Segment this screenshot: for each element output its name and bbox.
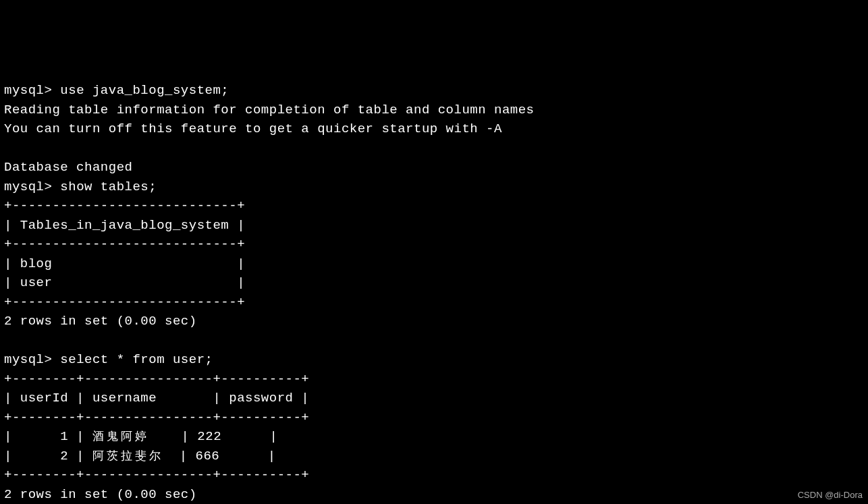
prompt: mysql>: [4, 352, 60, 367]
table-border: +----------------------------+: [4, 198, 245, 213]
table-border: +--------+----------------+----------+: [4, 372, 309, 387]
table-row: | blog |: [4, 256, 245, 271]
table-header: | userId | username | password |: [4, 391, 309, 405]
table-border: +----------------------------+: [4, 295, 245, 310]
username-cjk: 阿茨拉斐尔: [92, 450, 163, 463]
output-feature-msg: You can turn off this feature to get a q…: [4, 121, 502, 136]
username-cjk: 酒鬼阿婷: [92, 430, 149, 443]
prompt: mysql>: [4, 179, 60, 194]
table-border: +--------+----------------+----------+: [4, 410, 309, 425]
command-show-tables: show tables;: [60, 179, 157, 194]
rows-count: 2 rows in set (0.00 sec): [4, 314, 197, 329]
table-border: +----------------------------+: [4, 237, 245, 252]
watermark: CSDN @di-Dora: [798, 488, 863, 502]
table-row: | 2 |: [4, 449, 92, 464]
output-reading-msg: Reading table information for completion…: [4, 103, 535, 117]
table-border: +--------+----------------+----------+: [4, 468, 309, 482]
table-row: | user |: [4, 275, 245, 290]
command-select: select * from user;: [60, 352, 213, 367]
table-row-end: | 222 |: [149, 429, 277, 444]
command-use: use java_blog_system;: [60, 83, 229, 98]
table-row: | 1 |: [4, 429, 92, 444]
table-row-end: | 666 |: [163, 449, 276, 464]
terminal-window[interactable]: mysql> use java_blog_system; Reading tab…: [4, 81, 864, 504]
table-header: | Tables_in_java_blog_system |: [4, 218, 245, 233]
rows-count: 2 rows in set (0.00 sec): [4, 487, 197, 502]
output-db-changed: Database changed: [4, 160, 132, 175]
prompt: mysql>: [4, 83, 60, 98]
